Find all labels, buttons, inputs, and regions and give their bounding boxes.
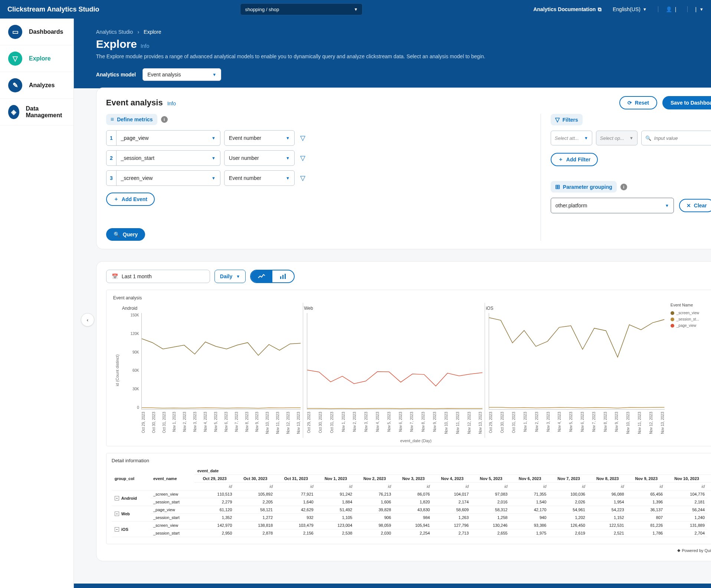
- breadcrumb-root[interactable]: Analytics Studio: [96, 29, 133, 35]
- svg-rect-0: [280, 276, 281, 279]
- reset-button[interactable]: ⟳ Reset: [619, 96, 657, 109]
- svg-rect-1: [282, 275, 284, 279]
- chevron-down-icon: ▼: [584, 136, 588, 140]
- refresh-icon: ⟳: [628, 100, 632, 106]
- chevron-down-icon: ▼: [286, 176, 290, 180]
- info-icon[interactable]: i: [620, 184, 627, 190]
- collapse-group-button[interactable]: −: [115, 512, 119, 516]
- add-filter-button[interactable]: ＋ Add Filter: [551, 153, 598, 166]
- granularity-select[interactable]: Daily ▼: [214, 270, 246, 283]
- facet-title: Web: [304, 306, 482, 311]
- plot-area: [489, 313, 664, 410]
- docs-link[interactable]: Analytics Documentation ⧉: [533, 6, 602, 13]
- metric-row: 1 _page_view ▼ Event number ▼ ▽: [106, 130, 531, 146]
- chart-facet: Android 150K120K90K60K30K0 Oct 29, 2023O…: [121, 303, 303, 438]
- row-filter-button[interactable]: ▽: [298, 134, 307, 142]
- collapse-group-button[interactable]: −: [115, 496, 119, 500]
- filter-attribute-select[interactable]: Select att... ▼: [551, 131, 592, 145]
- plus-icon: ＋: [114, 196, 119, 203]
- x-axis: Oct 29, 2023Oct 30, 2023Oct 31, 2023Nov …: [489, 412, 664, 438]
- user-menu[interactable]: 👤 |: [658, 6, 676, 12]
- chevron-down-icon: ▼: [212, 156, 216, 160]
- metric-row: 2 _session_start ▼ User number ▼ ▽: [106, 150, 531, 166]
- filters-header: ▽ Filters: [551, 114, 583, 125]
- chart-type-toggle: [250, 270, 295, 283]
- sidebar-item-explore[interactable]: ▽Explore: [0, 45, 73, 72]
- svg-rect-2: [285, 274, 286, 279]
- measure-select[interactable]: Event number ▼: [224, 170, 295, 186]
- measure-select[interactable]: User number ▼: [224, 150, 295, 166]
- y-axis-label: id (Count distinct): [113, 303, 121, 438]
- sidebar-icon: ▽: [8, 52, 22, 66]
- chevron-left-icon: ‹: [87, 317, 88, 323]
- list-icon: ≡: [111, 116, 114, 123]
- chevron-down-icon: ▼: [212, 136, 216, 140]
- filter-value-input[interactable]: [654, 135, 711, 141]
- legend-dot: [671, 318, 674, 321]
- card-title: Event analysis Info: [106, 98, 176, 108]
- measure-select[interactable]: Event number ▼: [224, 130, 295, 146]
- sidebar-item-label: Data Management: [26, 105, 65, 119]
- x-axis: Oct 29, 2023Oct 30, 2023Oct 31, 2023Nov …: [307, 412, 482, 438]
- grid-icon: ⊞: [555, 183, 560, 190]
- table-row: −Web_page_view61,12058,12142,62951,49239…: [112, 506, 711, 514]
- language-selector[interactable]: English(US) ▼: [613, 6, 647, 12]
- line-chart-toggle[interactable]: [251, 270, 272, 282]
- breadcrumb: Analytics Studio › Explore: [96, 29, 711, 35]
- top-right: Analytics Documentation ⧉ English(US) ▼ …: [533, 6, 704, 13]
- quicksight-icon: ◆: [677, 548, 680, 553]
- chevron-down-icon: ▼: [212, 176, 216, 180]
- collapse-group-button[interactable]: −: [115, 527, 119, 532]
- add-event-button[interactable]: ＋ Add Event: [106, 193, 155, 206]
- plot-area: [141, 313, 301, 410]
- bar-chart-icon: [279, 273, 287, 279]
- sidebar: ▭Dashboards▽Explore✎Analyzes◈Data Manage…: [0, 19, 74, 588]
- chevron-down-icon: ▼: [699, 7, 704, 12]
- parameter-grouping-header: ⊞ Parameter grouping: [551, 181, 617, 193]
- save-dashboard-button[interactable]: Save to Dashboard: [662, 96, 711, 109]
- user-icon: 👤: [666, 6, 672, 12]
- sidebar-icon: ▭: [8, 25, 22, 39]
- metric-index: 1: [106, 130, 117, 146]
- metric-index: 2: [106, 150, 117, 166]
- metric-index: 3: [106, 170, 117, 186]
- filter-operator-select[interactable]: Select op... ▼: [596, 131, 638, 145]
- line-chart: [307, 313, 482, 409]
- sidebar-item-dashboards[interactable]: ▭Dashboards: [0, 19, 73, 45]
- viz-card: 📅 Last 1 month Daily ▼: [96, 261, 711, 561]
- clear-button[interactable]: ✕ Clear: [679, 199, 711, 212]
- row-filter-button[interactable]: ▽: [298, 174, 307, 182]
- card-info-link[interactable]: Info: [167, 101, 176, 106]
- project-selector[interactable]: shopping / shop ▼: [240, 3, 363, 15]
- legend: Event Name_screen_view_session_st..._pag…: [667, 303, 711, 438]
- chevron-down-icon: ▼: [286, 156, 290, 160]
- row-filter-button[interactable]: ▽: [298, 154, 307, 162]
- chart-title: Event analysis: [113, 295, 711, 300]
- calendar-icon: 📅: [112, 273, 118, 279]
- sidebar-item-analyzes[interactable]: ✎Analyzes: [0, 72, 73, 99]
- chart-facet: iOS Oct 29, 2023Oct 30, 2023Oct 31, 2023…: [485, 303, 666, 438]
- date-range-select[interactable]: 📅 Last 1 month: [106, 270, 210, 283]
- metric-row: 3 _screen_view ▼ Event number ▼ ▽: [106, 170, 531, 186]
- legend-item: _screen_view: [671, 311, 711, 315]
- account-menu[interactable]: | ▼: [687, 6, 704, 12]
- bar-chart-toggle[interactable]: [272, 270, 294, 282]
- event-select[interactable]: _screen_view ▼: [117, 170, 220, 186]
- config-card: Event analysis Info ⟳ Reset Save to Dash…: [96, 88, 711, 249]
- funnel-icon: ▽: [555, 116, 560, 123]
- facet-title: Android: [122, 306, 301, 311]
- table-title: Detail information: [107, 458, 711, 467]
- event-select[interactable]: _page_view ▼: [117, 130, 220, 146]
- page-header: ? Analytics Studio › Explore Explore Inf…: [74, 19, 711, 89]
- analytics-model-select[interactable]: Event analysis ▼: [142, 68, 221, 81]
- sidebar-item-data-management[interactable]: ◈Data Management: [0, 99, 73, 125]
- query-button[interactable]: 🔍 Query: [106, 228, 145, 241]
- collapse-sidebar-button[interactable]: ‹: [81, 313, 94, 326]
- event-select[interactable]: _session_start ▼: [117, 150, 220, 166]
- chevron-right-icon: ›: [137, 29, 139, 35]
- info-icon[interactable]: i: [161, 116, 168, 123]
- legend-dot: [671, 311, 674, 315]
- info-link[interactable]: Info: [141, 43, 149, 49]
- legend-dot: [671, 324, 674, 328]
- parameter-group-select[interactable]: other.platform ▼: [551, 198, 674, 213]
